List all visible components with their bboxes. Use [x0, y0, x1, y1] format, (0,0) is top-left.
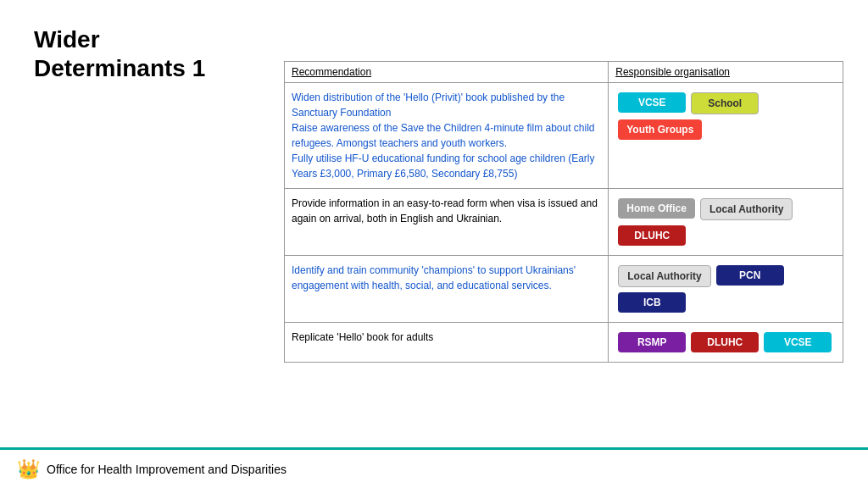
col-header-org: Responsible organisation — [609, 62, 843, 83]
badges-container: VCSESchoolYouth Groups — [615, 90, 836, 142]
org-cell: RSMPDLUHCVCSE — [609, 323, 843, 363]
footer: 👑 Office for Health Improvement and Disp… — [0, 447, 868, 488]
recommendation-cell: Identify and train community 'champions'… — [285, 256, 609, 323]
col-header-recommendation: Recommendation — [285, 62, 609, 83]
badges-container: RSMPDLUHCVCSE — [615, 330, 836, 355]
org-badge: Local Authority — [700, 198, 793, 220]
recommendation-text: Widen distribution of the 'Hello (Privit… — [292, 92, 595, 180]
org-badge: Local Authority — [618, 265, 711, 287]
org-badge: PCN — [716, 265, 784, 286]
main-table-container: Recommendation Responsible organisation … — [284, 61, 843, 363]
table-row: Widen distribution of the 'Hello (Privit… — [285, 83, 843, 189]
recommendation-text: Replicate 'Hello' book for adults — [292, 331, 433, 343]
recommendation-cell: Provide information in an easy-to-read f… — [285, 189, 609, 256]
recommendation-cell: Widen distribution of the 'Hello (Privit… — [285, 83, 609, 189]
org-badge: ICB — [618, 292, 686, 313]
org-badge: VCSE — [764, 332, 832, 352]
org-badge: Home Office — [618, 198, 695, 219]
recommendation-cell: Replicate 'Hello' book for adults — [285, 323, 609, 363]
org-badge: RSMP — [618, 332, 686, 352]
crown-icon: 👑 — [17, 458, 40, 480]
table-row: Identify and train community 'champions'… — [285, 256, 843, 323]
table-row: Provide information in an easy-to-read f… — [285, 189, 843, 256]
recommendations-table: Recommendation Responsible organisation … — [284, 61, 843, 363]
badges-container: Home OfficeLocal AuthorityDLUHC — [615, 196, 836, 248]
recommendation-text: Identify and train community 'champions'… — [292, 264, 576, 291]
org-cell: Home OfficeLocal AuthorityDLUHC — [609, 189, 843, 256]
org-badge: DLUHC — [691, 332, 759, 352]
table-row: Replicate 'Hello' book for adultsRSMPDLU… — [285, 323, 843, 363]
org-cell: VCSESchoolYouth Groups — [609, 83, 843, 189]
org-badge: VCSE — [618, 92, 686, 113]
footer-org-name: Office for Health Improvement and Dispar… — [47, 463, 287, 476]
badges-container: Local AuthorityPCNICB — [615, 263, 836, 315]
recommendation-text: Provide information in an easy-to-read f… — [292, 197, 598, 225]
org-badge: DLUHC — [618, 225, 686, 246]
page-title: Wider Determinants 1 — [34, 25, 205, 82]
org-badge: Youth Groups — [618, 119, 702, 140]
org-cell: Local AuthorityPCNICB — [609, 256, 843, 323]
org-badge: School — [691, 92, 759, 114]
